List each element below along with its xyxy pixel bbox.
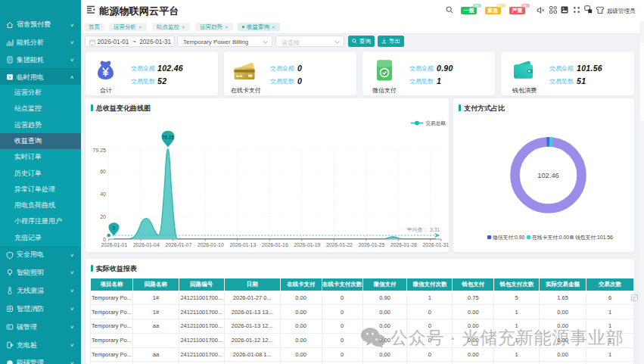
svg-text:3.31: 3.31 — [430, 227, 440, 232]
svg-text:2026-01-07: 2026-01-07 — [165, 242, 191, 247]
svg-text:2026-01-22: 2026-01-22 — [326, 242, 353, 247]
svg-text:2026-01-01: 2026-01-01 — [101, 242, 127, 247]
svg-text:2026-01-19: 2026-01-19 — [294, 242, 321, 247]
svg-text:0: 0 — [113, 226, 116, 231]
svg-text:40: 40 — [100, 191, 106, 197]
svg-text:在线卡支付:0.00: 在线卡支付:0.00 — [531, 235, 569, 241]
svg-text:2026-01-13: 2026-01-13 — [229, 242, 256, 247]
svg-text:微信支付:0.90: 微信支付:0.90 — [493, 235, 525, 241]
svg-text:0: 0 — [103, 237, 106, 242]
svg-text:2026-01-28: 2026-01-28 — [390, 242, 417, 247]
svg-text:2026-01-04: 2026-01-04 — [133, 242, 160, 247]
svg-text:79.25: 79.25 — [162, 135, 174, 140]
svg-text:平均值：: 平均值： — [407, 227, 428, 232]
svg-text:钱包支付:101.56: 钱包支付:101.56 — [574, 235, 613, 241]
svg-text:2026-01-25: 2026-01-25 — [359, 242, 385, 247]
svg-text:交易总额: 交易总额 — [426, 120, 446, 126]
svg-text:60: 60 — [100, 169, 106, 174]
svg-text:20: 20 — [100, 214, 106, 219]
svg-text:2026-01-16: 2026-01-16 — [262, 242, 288, 247]
svg-text:79.25: 79.25 — [92, 148, 106, 153]
svg-text:102.46: 102.46 — [537, 172, 558, 179]
svg-text:2026-01-10: 2026-01-10 — [198, 242, 224, 247]
svg-text:2026-01-31: 2026-01-31 — [423, 242, 449, 247]
